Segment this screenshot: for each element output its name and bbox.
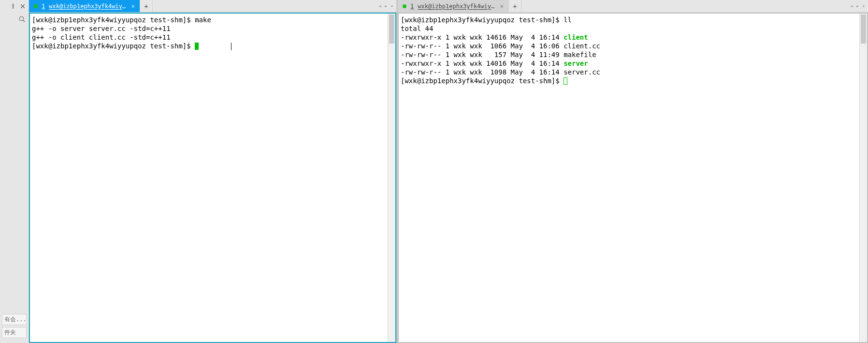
terminal-tab[interactable]: 1 wxk@izbp1ephx3yfk4wiyyup... ×	[398, 0, 509, 12]
tab-number: 1	[410, 3, 414, 10]
tab-next-icon[interactable]: ▸	[384, 3, 388, 9]
text-caret-icon	[231, 43, 231, 50]
tab-prev-icon[interactable]: ◂	[378, 3, 382, 9]
tab-number: 1	[42, 3, 45, 10]
sidebar: 有会... 件夹	[0, 0, 29, 343]
new-tab-button[interactable]: +	[509, 0, 521, 12]
cursor-icon	[195, 43, 199, 50]
terminal-text: -rwxrwxr-x 1 wxk wxk 14616 May 4 16:14	[401, 33, 564, 41]
scrollbar-thumb[interactable]	[861, 15, 866, 44]
terminal-output[interactable]: [wxk@izbp1ephx3yfk4wiyyupqoz test-shm]$ …	[399, 14, 867, 87]
tab-next-icon[interactable]: ▸	[856, 3, 859, 9]
search-icon[interactable]	[18, 15, 26, 23]
terminal-text: client	[564, 33, 588, 41]
terminal-tab[interactable]: 1 wxk@izbp1ephx3yfk4wiyy... ×	[29, 0, 140, 12]
terminal-text: -rw-rw-r-- 1 wxk wxk 1098 May 4 16:14 se…	[401, 68, 600, 76]
scrollbar[interactable]	[388, 14, 395, 342]
scrollbar-thumb[interactable]	[389, 15, 394, 44]
cursor-icon	[564, 77, 567, 85]
terminal-text: -rw-rw-r-- 1 wxk wxk 1066 May 4 16:06 cl…	[401, 42, 600, 50]
sidebar-close-icon[interactable]	[20, 3, 26, 9]
svg-point-0	[19, 16, 23, 20]
terminal-pane-right[interactable]: [wxk@izbp1ephx3yfk4wiyyupqoz test-shm]$ …	[398, 13, 868, 343]
terminal-text: [wxk@izbp1ephx3yfk4wiyyupqoz test-shm]$	[32, 42, 195, 50]
app-root: 有会... 件夹 1 wxk@izbp1ephx3yfk4wiyy... × +…	[0, 0, 868, 343]
terminal-pane-left[interactable]: [wxk@izbp1ephx3yfk4wiyyupqoz test-shm]$ …	[29, 13, 396, 343]
sidebar-chip[interactable]: 件夹	[2, 327, 27, 338]
close-icon[interactable]: ×	[131, 3, 135, 10]
close-icon[interactable]: ×	[500, 3, 504, 10]
terminal-output[interactable]: [wxk@izbp1ephx3yfk4wiyyupqoz test-shm]$ …	[30, 14, 395, 52]
terminal-text: g++ -o server server.cc -std=c++11	[32, 25, 171, 32]
scrollbar[interactable]	[859, 14, 867, 342]
tab-prev-icon[interactable]: ◂	[850, 3, 854, 9]
terminal-text: server	[564, 60, 588, 67]
sidebar-bottom: 有会... 件夹	[0, 314, 29, 338]
terminal-text: total 44	[401, 25, 433, 32]
tabbar-left: 1 wxk@izbp1ephx3yfk4wiyy... × + ◂ ▸ ▾	[29, 0, 396, 13]
svg-line-1	[23, 20, 24, 21]
tab-menu-icon[interactable]: ▾	[862, 3, 865, 9]
new-tab-button[interactable]: +	[140, 0, 153, 12]
terminal-text: [wxk@izbp1ephx3yfk4wiyyupqoz test-shm]$	[401, 77, 564, 85]
sidebar-top-controls	[0, 0, 29, 13]
tabbar-right: 1 wxk@izbp1ephx3yfk4wiyyup... × + ◂ ▸ ▾	[398, 0, 868, 13]
terminal-text: [wxk@izbp1ephx3yfk4wiyyupqoz test-shm]$ …	[32, 16, 211, 24]
tab-menu-icon[interactable]: ▾	[391, 3, 393, 9]
terminal-text: -rwxrwxr-x 1 wxk wxk 14016 May 4 16:14	[401, 60, 564, 67]
terminal-text: g++ -o client client.cc -std=c++11	[32, 33, 171, 41]
tab-label: wxk@izbp1ephx3yfk4wiyyup...	[418, 3, 495, 10]
terminal-text: [wxk@izbp1ephx3yfk4wiyyupqoz test-shm]$ …	[401, 16, 572, 24]
pin-icon[interactable]	[10, 3, 16, 9]
status-dot-icon	[34, 4, 38, 8]
status-dot-icon	[403, 4, 406, 8]
tab-label: wxk@izbp1ephx3yfk4wiyy...	[49, 3, 127, 10]
tab-nav-controls: ◂ ▸ ▾	[850, 0, 868, 12]
terminal-text: -rw-rw-r-- 1 wxk wxk 157 May 4 11:49 mak…	[401, 51, 596, 59]
sidebar-chip[interactable]: 有会...	[2, 314, 27, 325]
tab-nav-controls: ◂ ▸ ▾	[378, 0, 396, 12]
